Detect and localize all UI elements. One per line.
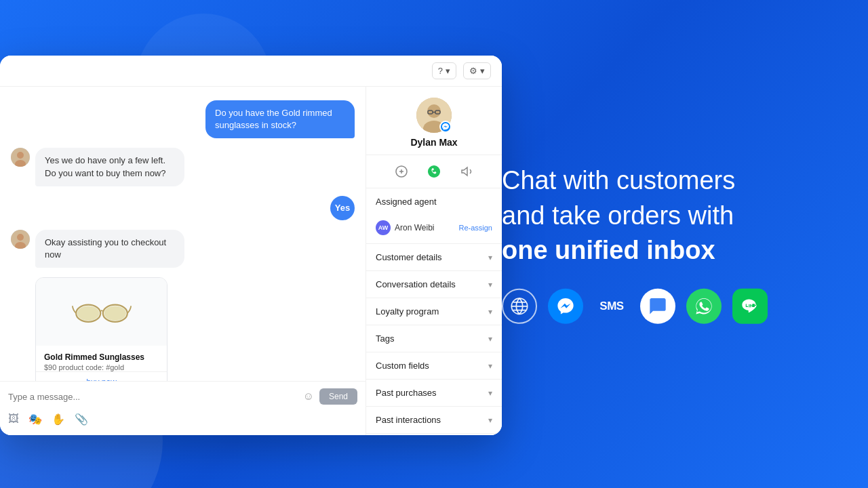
tags-section: Tags ▾ — [366, 325, 502, 352]
yes-badge-row: Yes — [11, 196, 355, 220]
message-row: Do you have the Gold rimmed sunglasses i… — [11, 100, 355, 138]
conversation-details-label: Conversation details — [376, 279, 456, 289]
svg-point-7 — [77, 306, 99, 321]
agent-row: AW Aron Weibi Re-assign — [366, 215, 502, 243]
phone-action-icon[interactable] — [425, 162, 443, 181]
agent-avatar: AW — [376, 220, 391, 235]
past-interactions-label: Past interactions — [376, 415, 441, 425]
chat-bubble-icon — [640, 288, 675, 323]
message-input[interactable] — [8, 392, 298, 402]
bubble-incoming: Okay assisting you to checkout now — [35, 230, 184, 268]
emoji-button[interactable]: ☺ — [303, 390, 314, 403]
past-purchases-header[interactable]: Past purchases ▾ — [366, 380, 502, 406]
messages-area: Do you have the Gold rimmed sunglasses i… — [0, 87, 366, 381]
chevron-down-icon: ▾ — [488, 361, 492, 371]
conversation-details-section: Conversation details ▾ — [366, 271, 502, 298]
bubble-outgoing: Do you have the Gold rimmed sunglasses i… — [205, 100, 355, 138]
past-purchases-label: Past purchases — [376, 388, 437, 398]
custom-fields-header[interactable]: Custom fields ▾ — [366, 352, 502, 379]
svg-point-1 — [17, 152, 24, 159]
top-bar: ? ▾ ⚙ ▾ — [0, 56, 502, 87]
chevron-down-icon: ▾ — [488, 388, 492, 398]
product-actions: buy now view details — [36, 371, 167, 381]
help-chevron: ▾ — [446, 66, 450, 76]
customer-details-header[interactable]: Customer details ▾ — [366, 244, 502, 270]
chevron-down-icon: ▾ — [488, 280, 492, 289]
loyalty-program-header[interactable]: Loyalty program ▾ — [366, 298, 502, 325]
assigned-agent-label: Assigned agent — [376, 197, 437, 207]
app-window: ? ▾ ⚙ ▾ Do you have the Gold rimmed sung… — [0, 56, 502, 435]
avatar — [11, 148, 30, 167]
settings-chevron: ▾ — [480, 66, 485, 76]
agent-info: AW Aron Weibi — [376, 220, 434, 235]
line-icon — [732, 288, 768, 323]
contact-actions — [366, 155, 502, 188]
message-input-area: ☺ Send 🖼 🎭 ✋ 📎 — [0, 381, 366, 435]
assigned-agent-header[interactable]: Assigned agent — [366, 188, 502, 215]
tags-header[interactable]: Tags ▾ — [366, 325, 502, 352]
custom-fields-section: Custom fields ▾ — [366, 352, 502, 380]
past-interactions-header[interactable]: Past interactions ▾ — [366, 407, 502, 433]
reassign-button[interactable]: Re-assign — [458, 224, 492, 232]
customer-details-label: Customer details — [376, 252, 442, 262]
messenger-badge — [439, 121, 452, 133]
past-interactions-section: Past interactions ▾ — [366, 407, 502, 434]
tagline-line1: Chat with customers — [502, 165, 827, 197]
contact-avatar-wrap — [416, 98, 452, 133]
chat-panel: Do you have the Gold rimmed sunglasses i… — [0, 87, 366, 435]
input-row: ☺ Send — [8, 388, 357, 405]
megaphone-action-icon[interactable] — [457, 162, 476, 181]
help-icon: ? — [438, 66, 443, 76]
conversation-details-header[interactable]: Conversation details ▾ — [366, 271, 502, 298]
file-icon[interactable]: 📎 — [75, 413, 88, 426]
globe-icon — [502, 288, 537, 323]
assigned-agent-section: Assigned agent AW Aron Weibi Re-assign — [366, 188, 502, 244]
sticker-icon[interactable]: ✋ — [52, 413, 65, 426]
agent-name: Aron Weibi — [395, 223, 434, 232]
gif-icon[interactable]: 🎭 — [28, 413, 42, 426]
buy-now-button[interactable]: buy now — [36, 371, 167, 381]
main-content: Do you have the Gold rimmed sunglasses i… — [0, 87, 502, 435]
svg-point-11 — [427, 104, 441, 118]
toolbar-row: 🖼 🎭 ✋ 📎 — [8, 410, 357, 428]
right-panel: Dylan Max — [366, 87, 502, 435]
chat-action-icon[interactable] — [392, 162, 411, 181]
settings-icon: ⚙ — [469, 66, 477, 76]
channel-icons: SMS — [502, 288, 827, 323]
product-name: Gold Rimmed Sunglasses — [44, 352, 159, 362]
chevron-down-icon: ▾ — [488, 334, 492, 344]
product-price: $90 product code: #gold — [44, 363, 159, 371]
loyalty-program-section: Loyalty program ▾ — [366, 298, 502, 325]
tagline-container: Chat with customers and take orders with… — [502, 165, 827, 267]
svg-point-17 — [428, 165, 440, 178]
send-button[interactable]: Send — [319, 388, 357, 405]
svg-point-9 — [104, 306, 125, 321]
chevron-down-icon: ▾ — [488, 415, 492, 425]
chevron-down-icon: ▾ — [488, 307, 492, 317]
product-image — [36, 278, 167, 346]
tagline-line2: and take orders with — [502, 199, 827, 232]
yes-badge: Yes — [330, 196, 355, 220]
whatsapp-icon — [686, 288, 722, 323]
tags-label: Tags — [376, 333, 394, 344]
customer-details-section: Customer details ▾ — [366, 244, 502, 271]
product-card: Gold Rimmed Sunglasses $90 product code:… — [35, 277, 167, 381]
message-row: Yes we do have only a few left. Do you w… — [11, 148, 355, 186]
svg-point-4 — [17, 234, 24, 241]
right-side-content: Chat with customers and take orders with… — [502, 165, 827, 324]
settings-button[interactable]: ⚙ ▾ — [463, 62, 491, 79]
help-button[interactable]: ? ▾ — [432, 62, 456, 79]
messenger-icon — [548, 288, 583, 323]
past-purchases-section: Past purchases ▾ — [366, 380, 502, 407]
custom-fields-label: Custom fields — [376, 361, 429, 371]
contact-name: Dylan Max — [410, 137, 457, 148]
tagline-line3: one unified inbox — [502, 235, 827, 267]
attachment-icon[interactable]: 🖼 — [8, 413, 19, 426]
product-card-row: Gold Rimmed Sunglasses $90 product code:… — [11, 277, 355, 381]
loyalty-program-label: Loyalty program — [376, 306, 439, 317]
chevron-down-icon: ▾ — [488, 253, 492, 262]
product-info: Gold Rimmed Sunglasses $90 product code:… — [36, 346, 167, 371]
contact-header: Dylan Max — [366, 87, 502, 155]
bubble-incoming: Yes we do have only a few left. Do you w… — [35, 148, 184, 186]
avatar — [11, 230, 30, 249]
